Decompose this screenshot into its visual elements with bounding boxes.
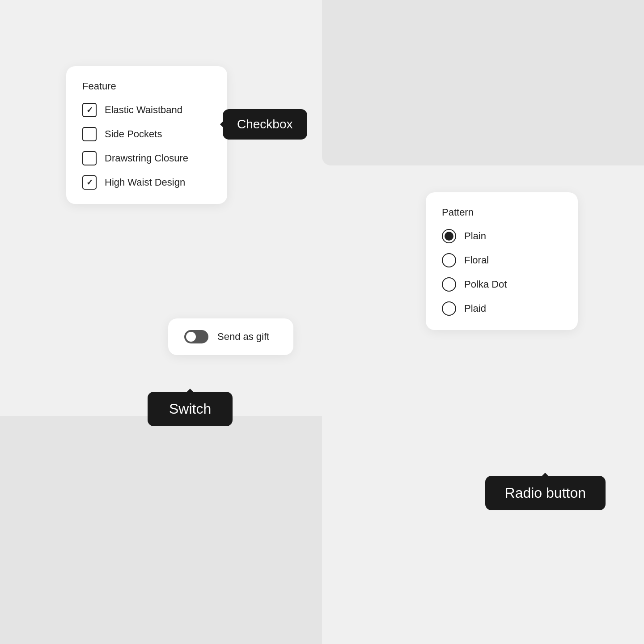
radio-label-plaid: Plaid <box>464 303 486 314</box>
radio-circle-floral[interactable] <box>442 253 456 267</box>
radio-circle-plain[interactable] <box>442 229 456 243</box>
radio-card: Pattern Plain Floral Polka Dot Plaid <box>426 192 578 330</box>
checkbox-box-pockets[interactable] <box>82 127 97 141</box>
checkbox-card: Feature ✓ Elastic Waistband Side Pockets… <box>66 66 227 204</box>
checkbox-box-highwaist[interactable]: ✓ <box>82 175 97 190</box>
top-right-bg-panel <box>322 0 644 165</box>
checkbox-label-elastic: Elastic Waistband <box>105 104 182 116</box>
radio-item-plain[interactable]: Plain <box>442 229 562 243</box>
checkbox-item-highwaist[interactable]: ✓ High Waist Design <box>82 175 211 190</box>
checkbox-box-elastic[interactable]: ✓ <box>82 103 97 117</box>
radio-card-label: Pattern <box>442 207 562 218</box>
radio-dot-plain <box>445 232 453 241</box>
checkbox-item-elastic[interactable]: ✓ Elastic Waistband <box>82 103 211 117</box>
checkbox-card-label: Feature <box>82 80 211 92</box>
tooltip-switch: Switch <box>148 392 233 426</box>
radio-item-polkadot[interactable]: Polka Dot <box>442 277 562 292</box>
radio-label-plain: Plain <box>464 230 486 242</box>
checkbox-label-drawstring: Drawstring Closure <box>105 153 188 164</box>
checkbox-label-pockets: Side Pockets <box>105 128 162 140</box>
toggle-switch[interactable] <box>184 330 208 343</box>
switch-label: Send as gift <box>217 331 269 343</box>
radio-circle-polkadot[interactable] <box>442 277 456 292</box>
check-mark-highwaist: ✓ <box>86 178 93 186</box>
radio-item-plaid[interactable]: Plaid <box>442 301 562 316</box>
radio-circle-plaid[interactable] <box>442 301 456 316</box>
checkbox-item-drawstring[interactable]: Drawstring Closure <box>82 151 211 165</box>
toggle-knob <box>186 332 196 342</box>
checkbox-box-drawstring[interactable] <box>82 151 97 165</box>
tooltip-radio: Radio button <box>485 476 606 510</box>
check-mark-elastic: ✓ <box>86 106 93 114</box>
radio-label-floral: Floral <box>464 254 489 266</box>
radio-item-floral[interactable]: Floral <box>442 253 562 267</box>
radio-label-polkadot: Polka Dot <box>464 279 507 290</box>
bottom-left-bg-panel <box>0 416 322 644</box>
switch-card: Send as gift <box>168 318 293 355</box>
checkbox-label-highwaist: High Waist Design <box>105 177 185 188</box>
tooltip-checkbox: Checkbox <box>223 109 307 140</box>
checkbox-item-pockets[interactable]: Side Pockets <box>82 127 211 141</box>
